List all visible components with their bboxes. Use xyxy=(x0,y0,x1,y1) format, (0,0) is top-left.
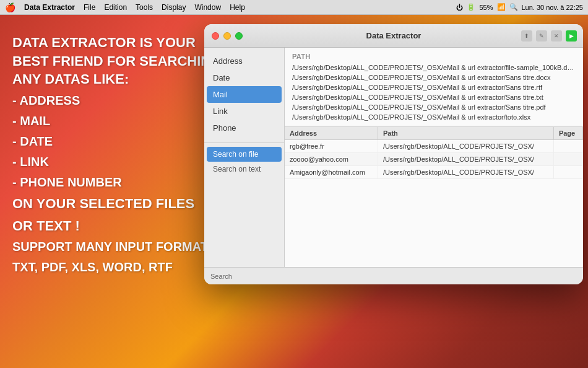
file-row: /Users/rgb/Desktop/ALL_CODE/PROJETS/_OSX… xyxy=(290,112,578,122)
results-table: Address Path Page rgb@free.fr/Users/rgb/… xyxy=(285,127,583,179)
promo-line-3: ANY DATAS LIKE: xyxy=(12,70,221,89)
menu-window[interactable]: Window xyxy=(194,3,221,12)
menu-help[interactable]: Help xyxy=(230,3,245,12)
result-address: zoooo@yahoo.com xyxy=(285,153,378,166)
promo-line-formats: TXT, PDF, XLS, WORD, RTF xyxy=(12,259,221,276)
files-header: Path xyxy=(290,51,578,63)
promo-line-2: BEST FRIEND FOR SEARCHING xyxy=(12,52,221,71)
battery-icon: 🔋 xyxy=(467,3,475,11)
window-title: Data Extractor xyxy=(366,31,422,40)
promo-line-mail: - MAIL xyxy=(12,113,221,129)
window-content: Address Date Mail Link Phone Search on f… xyxy=(204,48,583,267)
sidebar-section: Search on file Search on text xyxy=(204,142,284,177)
sidebar-item-mail[interactable]: Mail xyxy=(207,86,282,103)
result-address: rgb@free.fr xyxy=(285,140,378,153)
search-icon[interactable]: 🔍 xyxy=(509,3,518,11)
file-row: /Users/rgb/Desktop/ALL_CODE/PROJETS/_OSX… xyxy=(290,63,578,72)
sidebar-item-date[interactable]: Date xyxy=(204,69,284,86)
sidebar-item-address[interactable]: Address xyxy=(204,53,284,69)
promo-line-link: - LINK xyxy=(12,154,221,170)
menu-file[interactable]: File xyxy=(84,3,95,12)
result-page xyxy=(553,153,582,166)
file-row: /Users/rgb/Desktop/ALL_CODE/PROJETS/_OSX… xyxy=(290,82,578,92)
app-name[interactable]: Data Extractor xyxy=(24,3,75,12)
result-path: /Users/rgb/Desktop/ALL_CODE/PROJETS/_OSX… xyxy=(378,166,554,179)
titlebar-controls: ⬆ ✎ ✕ ▶ xyxy=(521,30,577,42)
promo-line-files: ON YOUR SELECTED FILES xyxy=(12,195,221,213)
menu-display[interactable]: Display xyxy=(162,3,186,12)
edit-button[interactable]: ✎ xyxy=(536,30,547,42)
sidebar: Address Date Mail Link Phone Search on f… xyxy=(204,48,285,267)
sidebar-item-phone[interactable]: Phone xyxy=(204,120,284,136)
fullscreen-button[interactable] xyxy=(235,32,243,40)
status-text: Search xyxy=(210,273,232,280)
promo-line-1: DATA EXTRACTOR IS YOUR xyxy=(12,33,221,52)
files-list: /Users/rgb/Desktop/ALL_CODE/PROJETS/_OSX… xyxy=(290,63,578,122)
sidebar-item-link[interactable]: Link xyxy=(204,103,284,120)
menubar: 🍎 Data Extractor File Edition Tools Disp… xyxy=(0,0,588,15)
desktop-background: DATA EXTRACTOR IS YOUR BEST FRIEND FOR S… xyxy=(0,15,588,368)
file-row: /Users/rgb/Desktop/ALL_CODE/PROJETS/_OSX… xyxy=(290,92,578,102)
wifi-icon[interactable]: 📶 xyxy=(497,3,506,11)
control-center-icon[interactable]: ⏻ xyxy=(456,4,463,11)
menu-edition[interactable]: Edition xyxy=(104,3,127,12)
result-page xyxy=(553,166,582,179)
result-page xyxy=(553,140,582,153)
promo-text-block: DATA EXTRACTOR IS YOUR BEST FRIEND FOR S… xyxy=(12,33,221,276)
promo-line-support: SUPPORT MANY INPUT FORMATS xyxy=(12,239,221,255)
menubar-left: 🍎 Data Extractor File Edition Tools Disp… xyxy=(5,2,245,12)
minimize-button[interactable] xyxy=(223,32,231,40)
col-path: Path xyxy=(378,127,554,140)
table-row[interactable]: Amigaonly@hotmail.com/Users/rgb/Desktop/… xyxy=(285,166,583,179)
file-row: /Users/rgb/Desktop/ALL_CODE/PROJETS/_OSX… xyxy=(290,72,578,82)
share-button[interactable]: ⬆ xyxy=(521,30,532,42)
result-address: Amigaonly@hotmail.com xyxy=(285,166,378,179)
table-row[interactable]: zoooo@yahoo.com/Users/rgb/Desktop/ALL_CO… xyxy=(285,153,583,166)
battery-percent: 55% xyxy=(479,4,493,11)
close-button[interactable] xyxy=(212,32,219,40)
results-section[interactable]: Address Path Page rgb@free.fr/Users/rgb/… xyxy=(285,127,583,267)
col-address: Address xyxy=(285,127,378,140)
promo-line-date: - DATE xyxy=(12,133,221,150)
titlebar: Data Extractor ⬆ ✎ ✕ ▶ xyxy=(204,24,583,48)
col-page: Page xyxy=(553,127,582,140)
menubar-icons: ⏻ 🔋 55% 📶 🔍 Lun. 30 nov. à 22:25 xyxy=(456,3,583,11)
result-path: /Users/rgb/Desktop/ALL_CODE/PROJETS/_OSX… xyxy=(378,140,554,153)
play-button[interactable]: ▶ xyxy=(566,30,577,42)
app-window: Data Extractor ⬆ ✎ ✕ ▶ Address Date Mail… xyxy=(204,24,583,284)
status-bar: Search xyxy=(204,267,583,284)
delete-button[interactable]: ✕ xyxy=(551,30,562,42)
file-row: /Users/rgb/Desktop/ALL_CODE/PROJETS/_OSX… xyxy=(290,102,578,112)
apple-menu[interactable]: 🍎 xyxy=(5,2,15,12)
promo-line-or-text: OR TEXT ! xyxy=(12,217,221,235)
results-tbody: rgb@free.fr/Users/rgb/Desktop/ALL_CODE/P… xyxy=(285,140,583,179)
clock: Lun. 30 nov. à 22:25 xyxy=(522,4,584,11)
traffic-lights xyxy=(212,32,243,40)
sidebar-search-on-file[interactable]: Search on file xyxy=(207,147,282,162)
menu-tools[interactable]: Tools xyxy=(136,3,153,12)
sidebar-search-on-text[interactable]: Search on text xyxy=(204,162,284,177)
menubar-right: ⏻ 🔋 55% 📶 🔍 Lun. 30 nov. à 22:25 xyxy=(456,3,583,11)
result-path: /Users/rgb/Desktop/ALL_CODE/PROJETS/_OSX… xyxy=(378,153,554,166)
files-section: Path /Users/rgb/Desktop/ALL_CODE/PROJETS… xyxy=(285,48,583,126)
promo-line-phone: - PHONE NUMBER xyxy=(12,174,221,191)
table-row[interactable]: rgb@free.fr/Users/rgb/Desktop/ALL_CODE/P… xyxy=(285,140,583,153)
main-panel: Path /Users/rgb/Desktop/ALL_CODE/PROJETS… xyxy=(285,48,583,267)
promo-line-address: - ADDRESS xyxy=(12,92,221,109)
